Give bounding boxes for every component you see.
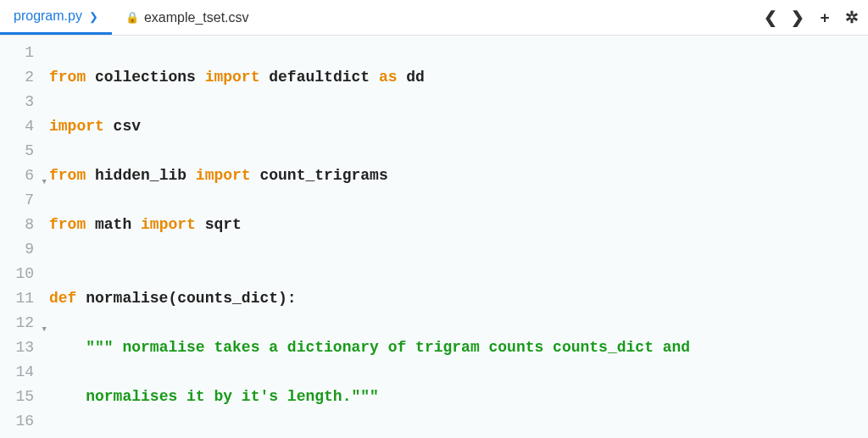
line-number: 11 — [0, 286, 39, 311]
line-number-gutter: 1 2 3 4 5 6▼ 7 8 9 10 11 12▼ 13 14 15 16 — [0, 36, 39, 438]
line-number: 15 — [0, 385, 39, 409]
gear-icon: ✲ — [845, 8, 859, 27]
line-number: 9 — [0, 237, 39, 262]
line-number: 7 — [0, 188, 39, 213]
chevron-right-icon: ❯ — [89, 10, 98, 23]
line-number: 10 — [0, 262, 39, 286]
line-number: 3 — [0, 90, 39, 114]
code-line: from math import sqrt — [49, 213, 868, 237]
code-line: from collections import defaultdict as d… — [49, 65, 868, 90]
line-number: 5 — [0, 139, 39, 164]
code-line: """ normalise takes a dictionary of trig… — [49, 335, 868, 360]
chevron-right-icon: ❯ — [791, 8, 804, 27]
line-number: 8 — [0, 213, 39, 237]
tab-label: program.py — [14, 8, 82, 24]
prev-button[interactable]: ❮ — [758, 5, 783, 30]
line-number: 12▼ — [0, 311, 39, 335]
line-number: 2 — [0, 65, 39, 90]
line-number: 13 — [0, 335, 39, 360]
code-area[interactable]: from collections import defaultdict as d… — [39, 36, 868, 438]
toolbar-right: ❮ ❯ + ✲ — [758, 5, 868, 30]
line-number: 16 — [0, 409, 39, 434]
fold-icon[interactable]: ▼ — [42, 170, 47, 195]
code-editor[interactable]: 1 2 3 4 5 6▼ 7 8 9 10 11 12▼ 13 14 15 16… — [0, 36, 868, 438]
code-line: mag = sqrt(sum([x**2 for x in counts_dic… — [49, 434, 868, 438]
line-number: 4 — [0, 114, 39, 139]
code-line: from hidden_lib import count_trigrams — [49, 164, 868, 188]
line-number: 14 — [0, 360, 39, 385]
code-line: normalises it by it's length.""" — [49, 385, 868, 409]
code-line: import csv — [49, 114, 868, 139]
tab-bar: program.py ❯ 🔒 example_tset.csv ❮ ❯ + ✲ — [0, 0, 868, 36]
line-number: 1 — [0, 41, 39, 65]
add-button[interactable]: + — [812, 5, 837, 30]
fold-icon[interactable]: ▼ — [42, 318, 47, 342]
settings-button[interactable]: ✲ — [839, 5, 865, 30]
tab-example-tset-csv[interactable]: 🔒 example_tset.csv — [112, 0, 263, 35]
chevron-left-icon: ❮ — [764, 8, 777, 27]
tab-label: example_tset.csv — [144, 10, 249, 25]
line-number: 6▼ — [0, 164, 39, 188]
tab-program-py[interactable]: program.py ❯ — [0, 0, 112, 35]
next-button[interactable]: ❯ — [785, 5, 810, 30]
plus-icon: + — [820, 8, 829, 27]
lock-icon: 🔒 — [125, 11, 139, 24]
code-line: def normalise(counts_dict): — [49, 286, 868, 311]
